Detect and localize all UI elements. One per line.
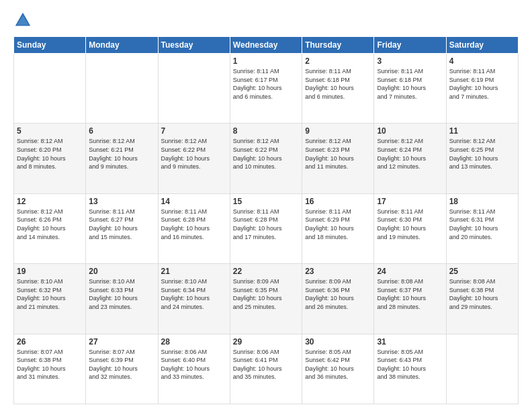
day-cell: 3Sunrise: 8:11 AM Sunset: 6:18 PM Daylig… xyxy=(374,54,446,124)
day-number: 23 xyxy=(305,267,371,276)
day-number: 14 xyxy=(161,197,227,206)
day-cell: 20Sunrise: 8:10 AM Sunset: 6:33 PM Dayli… xyxy=(86,264,158,334)
day-cell: 12Sunrise: 8:12 AM Sunset: 6:26 PM Dayli… xyxy=(14,193,86,263)
day-cell: 7Sunrise: 8:12 AM Sunset: 6:22 PM Daylig… xyxy=(158,124,230,193)
weekday-sunday: Sunday xyxy=(14,37,86,54)
day-cell: 8Sunrise: 8:12 AM Sunset: 6:22 PM Daylig… xyxy=(230,124,302,193)
day-info: Sunrise: 8:10 AM Sunset: 6:34 PM Dayligh… xyxy=(161,277,227,311)
weekday-row: SundayMondayTuesdayWednesdayThursdayFrid… xyxy=(14,37,519,54)
day-info: Sunrise: 8:12 AM Sunset: 6:23 PM Dayligh… xyxy=(305,137,371,171)
day-info: Sunrise: 8:11 AM Sunset: 6:30 PM Dayligh… xyxy=(377,208,443,241)
weekday-wednesday: Wednesday xyxy=(230,37,302,54)
day-number: 29 xyxy=(233,337,299,347)
day-cell: 19Sunrise: 8:10 AM Sunset: 6:32 PM Dayli… xyxy=(14,264,86,334)
day-number: 8 xyxy=(233,126,299,136)
day-cell: 23Sunrise: 8:09 AM Sunset: 6:36 PM Dayli… xyxy=(302,264,374,334)
day-info: Sunrise: 8:12 AM Sunset: 6:22 PM Dayligh… xyxy=(233,137,299,171)
day-number: 28 xyxy=(161,337,227,347)
week-row-2: 5Sunrise: 8:12 AM Sunset: 6:20 PM Daylig… xyxy=(14,124,519,193)
day-cell: 1Sunrise: 8:11 AM Sunset: 6:17 PM Daylig… xyxy=(230,54,302,124)
day-cell: 18Sunrise: 8:11 AM Sunset: 6:31 PM Dayli… xyxy=(446,193,518,263)
day-number: 18 xyxy=(449,197,515,206)
day-cell: 29Sunrise: 8:06 AM Sunset: 6:41 PM Dayli… xyxy=(230,334,302,404)
day-number: 10 xyxy=(377,126,443,136)
day-info: Sunrise: 8:08 AM Sunset: 6:37 PM Dayligh… xyxy=(377,277,443,311)
day-cell: 25Sunrise: 8:08 AM Sunset: 6:38 PM Dayli… xyxy=(446,264,518,334)
day-cell: 26Sunrise: 8:07 AM Sunset: 6:38 PM Dayli… xyxy=(14,334,86,404)
day-cell: 5Sunrise: 8:12 AM Sunset: 6:20 PM Daylig… xyxy=(14,124,86,193)
day-number: 7 xyxy=(161,126,227,136)
calendar-table: SundayMondayTuesdayWednesdayThursdayFrid… xyxy=(13,36,519,404)
day-info: Sunrise: 8:09 AM Sunset: 6:36 PM Dayligh… xyxy=(305,277,371,311)
day-cell: 27Sunrise: 8:07 AM Sunset: 6:39 PM Dayli… xyxy=(86,334,158,404)
day-cell: 10Sunrise: 8:12 AM Sunset: 6:24 PM Dayli… xyxy=(374,124,446,193)
day-cell xyxy=(158,54,230,124)
day-info: Sunrise: 8:10 AM Sunset: 6:33 PM Dayligh… xyxy=(89,277,154,311)
day-info: Sunrise: 8:07 AM Sunset: 6:39 PM Dayligh… xyxy=(89,348,154,381)
day-info: Sunrise: 8:12 AM Sunset: 6:24 PM Dayligh… xyxy=(377,137,443,171)
day-info: Sunrise: 8:12 AM Sunset: 6:25 PM Dayligh… xyxy=(449,137,515,171)
day-number: 25 xyxy=(449,267,515,276)
day-number: 6 xyxy=(89,126,154,136)
day-number: 1 xyxy=(233,56,299,66)
day-cell xyxy=(86,54,158,124)
header xyxy=(13,11,519,30)
day-info: Sunrise: 8:11 AM Sunset: 6:29 PM Dayligh… xyxy=(305,208,371,241)
day-cell: 22Sunrise: 8:09 AM Sunset: 6:35 PM Dayli… xyxy=(230,264,302,334)
week-row-4: 19Sunrise: 8:10 AM Sunset: 6:32 PM Dayli… xyxy=(14,264,519,334)
day-number: 16 xyxy=(305,197,371,206)
day-cell: 31Sunrise: 8:05 AM Sunset: 6:43 PM Dayli… xyxy=(374,334,446,404)
week-row-1: 1Sunrise: 8:11 AM Sunset: 6:17 PM Daylig… xyxy=(14,54,519,124)
day-cell: 4Sunrise: 8:11 AM Sunset: 6:19 PM Daylig… xyxy=(446,54,518,124)
weekday-friday: Friday xyxy=(374,37,446,54)
day-number: 3 xyxy=(377,56,443,66)
day-info: Sunrise: 8:11 AM Sunset: 6:28 PM Dayligh… xyxy=(161,208,227,241)
day-number: 12 xyxy=(17,197,83,206)
day-info: Sunrise: 8:11 AM Sunset: 6:18 PM Dayligh… xyxy=(305,67,371,101)
day-number: 26 xyxy=(17,337,83,347)
day-cell xyxy=(14,54,86,124)
logo xyxy=(13,11,35,30)
day-info: Sunrise: 8:11 AM Sunset: 6:28 PM Dayligh… xyxy=(233,208,299,241)
day-number: 21 xyxy=(161,267,227,276)
weekday-tuesday: Tuesday xyxy=(158,37,230,54)
day-info: Sunrise: 8:11 AM Sunset: 6:17 PM Dayligh… xyxy=(233,67,299,101)
day-number: 22 xyxy=(233,267,299,276)
page: SundayMondayTuesdayWednesdayThursdayFrid… xyxy=(0,0,532,411)
day-cell: 9Sunrise: 8:12 AM Sunset: 6:23 PM Daylig… xyxy=(302,124,374,193)
weekday-saturday: Saturday xyxy=(446,37,518,54)
day-info: Sunrise: 8:06 AM Sunset: 6:40 PM Dayligh… xyxy=(161,348,227,381)
day-number: 13 xyxy=(89,197,154,206)
day-info: Sunrise: 8:11 AM Sunset: 6:31 PM Dayligh… xyxy=(449,208,515,241)
day-cell: 6Sunrise: 8:12 AM Sunset: 6:21 PM Daylig… xyxy=(86,124,158,193)
weekday-thursday: Thursday xyxy=(302,37,374,54)
day-number: 2 xyxy=(305,56,371,66)
day-info: Sunrise: 8:11 AM Sunset: 6:18 PM Dayligh… xyxy=(377,67,443,101)
day-info: Sunrise: 8:11 AM Sunset: 6:27 PM Dayligh… xyxy=(89,208,154,241)
logo-icon xyxy=(13,11,32,30)
day-number: 5 xyxy=(17,126,83,136)
day-info: Sunrise: 8:05 AM Sunset: 6:42 PM Dayligh… xyxy=(305,348,371,381)
day-number: 31 xyxy=(377,337,443,347)
day-number: 15 xyxy=(233,197,299,206)
day-cell: 30Sunrise: 8:05 AM Sunset: 6:42 PM Dayli… xyxy=(302,334,374,404)
day-cell: 21Sunrise: 8:10 AM Sunset: 6:34 PM Dayli… xyxy=(158,264,230,334)
day-info: Sunrise: 8:10 AM Sunset: 6:32 PM Dayligh… xyxy=(17,277,83,311)
day-info: Sunrise: 8:12 AM Sunset: 6:21 PM Dayligh… xyxy=(89,137,154,171)
day-number: 4 xyxy=(449,56,515,66)
day-info: Sunrise: 8:08 AM Sunset: 6:38 PM Dayligh… xyxy=(449,277,515,311)
day-info: Sunrise: 8:12 AM Sunset: 6:26 PM Dayligh… xyxy=(17,208,83,241)
day-cell: 2Sunrise: 8:11 AM Sunset: 6:18 PM Daylig… xyxy=(302,54,374,124)
day-cell: 16Sunrise: 8:11 AM Sunset: 6:29 PM Dayli… xyxy=(302,193,374,263)
day-number: 19 xyxy=(17,267,83,276)
day-number: 9 xyxy=(305,126,371,136)
day-info: Sunrise: 8:06 AM Sunset: 6:41 PM Dayligh… xyxy=(233,348,299,381)
week-row-5: 26Sunrise: 8:07 AM Sunset: 6:38 PM Dayli… xyxy=(14,334,519,404)
day-cell: 11Sunrise: 8:12 AM Sunset: 6:25 PM Dayli… xyxy=(446,124,518,193)
day-cell: 13Sunrise: 8:11 AM Sunset: 6:27 PM Dayli… xyxy=(86,193,158,263)
day-info: Sunrise: 8:09 AM Sunset: 6:35 PM Dayligh… xyxy=(233,277,299,311)
calendar-header: SundayMondayTuesdayWednesdayThursdayFrid… xyxy=(14,37,519,54)
day-cell xyxy=(446,334,518,404)
day-cell: 28Sunrise: 8:06 AM Sunset: 6:40 PM Dayli… xyxy=(158,334,230,404)
day-info: Sunrise: 8:12 AM Sunset: 6:22 PM Dayligh… xyxy=(161,137,227,171)
